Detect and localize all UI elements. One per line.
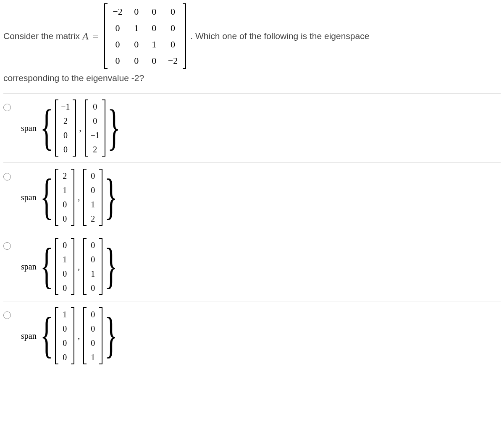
radio-icon[interactable]: [3, 311, 11, 319]
equals-sign: =: [91, 29, 100, 44]
radio-icon[interactable]: [3, 173, 11, 180]
curly-right-icon: }: [105, 245, 118, 287]
comma: ,: [78, 330, 80, 342]
option-3[interactable]: span { 0100 , 0010 }: [3, 232, 501, 301]
option-2-vector-1: 2100: [55, 169, 74, 226]
span-label: span: [21, 260, 37, 273]
matrix-var: A: [82, 29, 89, 44]
option-2-expr: span { 2100 , 0012 }: [21, 169, 118, 226]
matrix-A: −2000 0100 0010 000−2: [104, 3, 186, 69]
radio-icon[interactable]: [3, 242, 11, 250]
option-4-vector-1: 1000: [55, 307, 74, 364]
question-prefix: Consider the matrix: [3, 29, 80, 43]
comma: ,: [78, 260, 80, 273]
option-1-vector-2: 00−12: [85, 99, 105, 157]
curly-left-icon: {: [40, 314, 53, 356]
span-label: span: [21, 330, 37, 342]
option-4-vector-2: 0001: [83, 307, 102, 364]
option-1[interactable]: span { −1200 , 00−12 }: [3, 93, 501, 162]
question-rest: Which one of the following is the eigens…: [195, 29, 369, 43]
curly-right-icon: }: [108, 107, 121, 149]
option-4-expr: span { 1000 , 0001 }: [21, 307, 118, 364]
span-label: span: [21, 122, 37, 134]
curly-left-icon: {: [40, 176, 53, 218]
question-period: .: [190, 29, 193, 43]
comma: ,: [79, 122, 81, 134]
option-4[interactable]: span { 1000 , 0001 }: [3, 301, 501, 370]
curly-left-icon: {: [40, 107, 53, 149]
curly-left-icon: {: [40, 245, 53, 287]
options-list: span { −1200 , 00−12 } span { 2100: [3, 93, 501, 370]
question-stem: Consider the matrix A = −2000 0100 0010 …: [3, 3, 501, 85]
option-3-vector-1: 0100: [55, 238, 74, 295]
option-3-expr: span { 0100 , 0010 }: [21, 238, 118, 295]
radio-icon[interactable]: [3, 104, 11, 111]
option-3-vector-2: 0010: [83, 238, 102, 295]
matrix-A-table: −2000 0100 0010 000−2: [108, 3, 183, 69]
option-1-vector-1: −1200: [55, 99, 76, 157]
comma: ,: [78, 191, 80, 204]
option-1-expr: span { −1200 , 00−12 }: [21, 99, 121, 157]
curly-right-icon: }: [105, 314, 118, 356]
question-line2: corresponding to the eigenvalue -2?: [3, 71, 501, 85]
span-label: span: [21, 191, 37, 204]
option-2[interactable]: span { 2100 , 0012 }: [3, 162, 501, 232]
curly-right-icon: }: [105, 176, 118, 218]
option-2-vector-2: 0012: [83, 169, 102, 226]
